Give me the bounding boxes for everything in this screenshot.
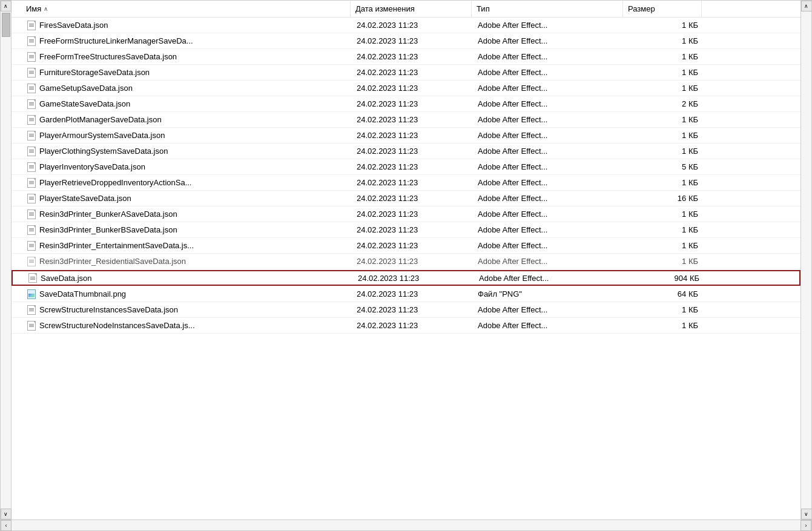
table-row[interactable]: FreeFormStructureLinkerManagerSaveDa... … [12, 33, 800, 49]
json-file-icon [27, 115, 36, 125]
file-name: PlayerStateSaveData.json [39, 194, 131, 203]
file-name: SaveData.json [41, 274, 92, 283]
file-name: GameSetupSaveData.json [39, 84, 133, 93]
column-header-name[interactable]: Имя ∧ [12, 1, 351, 17]
file-name: FreeFormStructureLinkerManagerSaveDa... [39, 36, 193, 45]
file-date: 24.02.2023 11:23 [352, 304, 473, 315]
file-name-cell: PlayerInventorySaveData.json [13, 161, 352, 173]
json-file-icon [27, 178, 36, 188]
file-size: 1 КБ [624, 208, 703, 220]
file-type: Adobe After Effect... [473, 304, 624, 315]
file-name: PlayerRetrieveDroppedInventoryActionSa..… [39, 178, 191, 187]
file-explorer: ∧ ∨ Имя ∧ Дата изменения Тип [0, 0, 812, 531]
table-header: Имя ∧ Дата изменения Тип Размер [12, 1, 800, 18]
scroll-track-bottom[interactable] [12, 520, 800, 530]
file-name: ScrewStructureInstancesSaveData.json [39, 305, 178, 314]
json-file-icon [27, 225, 36, 235]
column-header-date[interactable]: Дата изменения [351, 1, 472, 17]
json-file-icon [27, 257, 36, 266]
file-type: Adobe After Effect... [473, 256, 624, 267]
json-file-icon [27, 194, 36, 203]
json-file-icon [27, 209, 36, 219]
file-name: Resin3dPrinter_ResidentialSaveData.json [39, 257, 186, 266]
json-file-icon [27, 21, 36, 30]
table-row[interactable]: PlayerStateSaveData.json 24.02.2023 11:2… [12, 191, 800, 206]
file-name-cell: GardenPlotManagerSaveData.json [13, 114, 352, 126]
table-row[interactable]: Resin3dPrinter_BunkerASaveData.json 24.0… [12, 206, 800, 222]
file-name-cell: Resin3dPrinter_ResidentialSaveData.json [13, 256, 352, 268]
table-row[interactable]: SaveData.json 24.02.2023 11:23 Adobe Aft… [12, 270, 800, 286]
table-row[interactable]: Resin3dPrinter_BunkerBSaveData.json 24.0… [12, 222, 800, 238]
table-row[interactable]: PlayerArmourSystemSaveData.json 24.02.20… [12, 128, 800, 143]
file-name: SaveDataThumbnail.png [39, 289, 126, 298]
file-date: 24.02.2023 11:23 [352, 82, 473, 94]
json-file-icon [27, 84, 36, 93]
file-date: 24.02.2023 11:23 [352, 208, 473, 220]
file-date: 24.02.2023 11:23 [352, 288, 473, 300]
table-row[interactable]: GameStateSaveData.json 24.02.2023 11:23 … [12, 96, 800, 112]
file-type: Adobe After Effect... [473, 145, 624, 157]
scroll-track-right[interactable] [801, 12, 811, 509]
column-header-type[interactable]: Тип [472, 1, 623, 17]
file-name-cell: PlayerArmourSystemSaveData.json [13, 130, 352, 142]
right-scrollbar[interactable]: ∧ ∨ [800, 1, 811, 519]
file-type: Adobe After Effect... [473, 193, 624, 204]
json-file-icon [27, 36, 36, 46]
file-name-cell: ScrewStructureNodeInstancesSaveData.js..… [13, 320, 352, 332]
file-date: 24.02.2023 11:23 [352, 145, 473, 157]
scroll-down-button[interactable]: ∨ [1, 509, 12, 519]
file-name-cell: Resin3dPrinter_BunkerBSaveData.json [13, 224, 352, 236]
file-name: Resin3dPrinter_EntertainmentSaveData.js.… [39, 241, 194, 250]
right-scroll-down-button[interactable]: ∨ [801, 509, 812, 519]
table-row[interactable]: GameSetupSaveData.json 24.02.2023 11:23 … [12, 81, 800, 96]
file-date: 24.02.2023 11:23 [352, 35, 473, 47]
file-name-cell: SaveData.json [14, 272, 353, 284]
scroll-left-button[interactable]: ‹ [1, 520, 12, 531]
main-content: ∧ ∨ Имя ∧ Дата изменения Тип [1, 1, 811, 519]
table-row[interactable]: FreeFormTreeStructuresSaveData.json 24.0… [12, 49, 800, 65]
table-row[interactable]: FiresSaveData.json 24.02.2023 11:23 Adob… [12, 18, 800, 33]
json-file-icon [27, 131, 36, 140]
table-row[interactable]: Resin3dPrinter_EntertainmentSaveData.js.… [12, 238, 800, 254]
scroll-thumb-left[interactable] [2, 13, 10, 37]
file-size: 1 КБ [624, 145, 703, 157]
file-size: 1 КБ [624, 67, 703, 78]
file-name-cell: FiresSaveData.json [13, 19, 352, 31]
file-size: 1 КБ [624, 19, 703, 31]
table-row[interactable]: PlayerRetrieveDroppedInventoryActionSa..… [12, 175, 800, 191]
file-name: PlayerClothingSystemSaveData.json [39, 147, 168, 156]
table-row[interactable]: ScrewStructureInstancesSaveData.json 24.… [12, 302, 800, 318]
file-name-cell: GameStateSaveData.json [13, 98, 352, 110]
bottom-scrollbar[interactable]: ‹ › [1, 519, 811, 530]
file-name: FurnitureStorageSaveData.json [39, 68, 150, 77]
file-date: 24.02.2023 11:23 [352, 51, 473, 62]
table-row[interactable]: PlayerClothingSystemSaveData.json 24.02.… [12, 143, 800, 159]
file-type: Adobe After Effect... [473, 114, 624, 125]
right-scroll-up-button[interactable]: ∧ [801, 1, 812, 12]
file-date: 24.02.2023 11:23 [352, 193, 473, 204]
file-name-cell: ScrewStructureInstancesSaveData.json [13, 304, 352, 316]
file-type: Adobe After Effect... [473, 51, 624, 62]
table-row[interactable]: FurnitureStorageSaveData.json 24.02.2023… [12, 65, 800, 81]
scroll-up-button[interactable]: ∧ [1, 1, 12, 12]
file-type: Adobe After Effect... [473, 130, 624, 141]
scroll-right-button[interactable]: › [800, 520, 811, 531]
file-name-cell: Resin3dPrinter_EntertainmentSaveData.js.… [13, 240, 352, 252]
file-name: Resin3dPrinter_BunkerBSaveData.json [39, 225, 177, 234]
file-date: 24.02.2023 11:23 [353, 272, 474, 284]
table-row[interactable]: GardenPlotManagerSaveData.json 24.02.202… [12, 112, 800, 128]
table-row[interactable]: ScrewStructureNodeInstancesSaveData.js..… [12, 318, 800, 334]
table-row[interactable]: Resin3dPrinter_ResidentialSaveData.json … [12, 254, 800, 269]
file-name: FreeFormTreeStructuresSaveData.json [39, 52, 177, 61]
scroll-track-left[interactable] [1, 12, 11, 509]
file-size: 16 КБ [624, 193, 703, 204]
file-type: Adobe After Effect... [473, 19, 624, 31]
file-size: 1 КБ [624, 82, 703, 94]
table-row[interactable]: PlayerInventorySaveData.json 24.02.2023 … [12, 159, 800, 175]
file-date: 24.02.2023 11:23 [352, 161, 473, 173]
png-file-icon [27, 289, 36, 299]
table-row[interactable]: SaveDataThumbnail.png 24.02.2023 11:23 Ф… [12, 286, 800, 302]
file-date: 24.02.2023 11:23 [352, 320, 473, 331]
left-scrollbar[interactable]: ∧ ∨ [1, 1, 12, 519]
column-header-size[interactable]: Размер [623, 1, 702, 17]
